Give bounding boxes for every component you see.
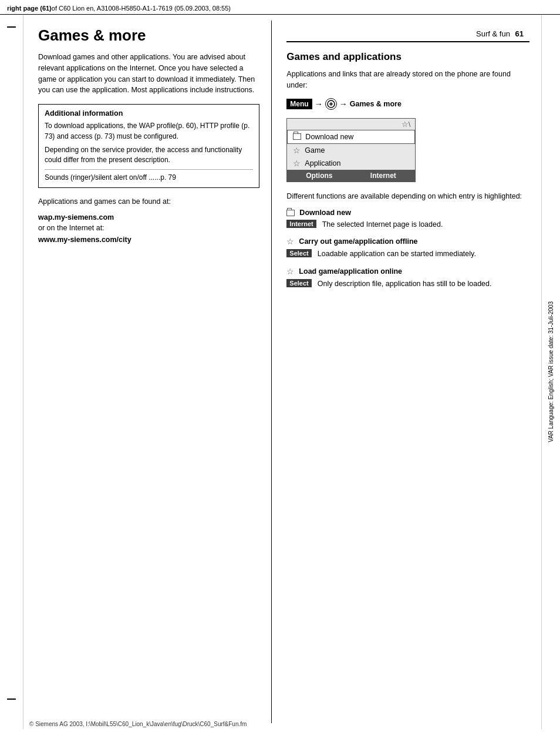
description-text: Different functions are available depend… xyxy=(286,191,529,202)
footer: © Siemens AG 2003, I:\Mobil\L55\C60_Lion… xyxy=(0,721,560,727)
section-heading: Games and applications xyxy=(286,51,529,63)
info-box-para1: To download applications, the WAP profil… xyxy=(45,121,253,142)
apps-found-text: Applications and games can be found at: xyxy=(38,196,259,207)
menu-circle-icon xyxy=(325,98,337,110)
menu-nav: Menu → → Games & more xyxy=(286,98,529,110)
feature-online: ☆ Load game/application online Select On… xyxy=(286,267,529,289)
feature2-desc: Loadable application can be started imme… xyxy=(318,249,476,259)
main-title: Games & more xyxy=(38,26,259,45)
feature3-badge: Select xyxy=(286,279,311,287)
feature1-badge: Internet xyxy=(286,220,316,228)
url2: www.my-siemens.com/city xyxy=(38,236,259,244)
footer-left: © Siemens AG 2003, I:\Mobil\L55\C60_Lion… xyxy=(29,721,247,727)
page-header: right page (61) of C60 Lion en, A31008-H… xyxy=(0,0,560,15)
url1: wap.my-siemens.com xyxy=(38,213,259,221)
feature1-title: Download new xyxy=(299,209,351,217)
header-bold: right page (61) xyxy=(7,5,52,12)
left-column: Games & more Download games and other ap… xyxy=(23,21,272,723)
star-icon-game: ☆ xyxy=(292,146,301,155)
star-icon-online: ☆ xyxy=(286,267,294,276)
page-number: 61 xyxy=(515,29,524,38)
feature2-title: Carry out game/application offline xyxy=(299,237,417,246)
section-title: Surf & fun xyxy=(476,29,510,38)
margin-mark-top xyxy=(7,26,16,28)
toolbar-options: Options xyxy=(287,170,351,182)
info-box-title: Additional information xyxy=(45,109,253,117)
info-box: Additional information To download appli… xyxy=(38,104,259,188)
menu-button: Menu xyxy=(286,99,312,109)
feature2-badge: Select xyxy=(286,249,311,257)
feature1-detail: Internet The selected Internet page is l… xyxy=(286,219,529,230)
item3-label: Application xyxy=(305,159,340,167)
arrow1: → xyxy=(315,99,323,109)
info-box-para3: Sounds (ringer)/silent alert on/off ....… xyxy=(45,169,253,183)
feature3-desc: Only description file, application has s… xyxy=(318,278,492,289)
feature1-desc: The selected Internet page is loaded. xyxy=(322,219,443,230)
right-sidebar: VAR Language: English; VAR issue date: 3… xyxy=(541,15,560,729)
feature1-title-row: Download new xyxy=(286,209,529,217)
phone-screen-toolbar: Options Internet xyxy=(287,170,415,182)
feature3-title: Load game/application online xyxy=(299,267,402,276)
feature-offline: ☆ Carry out game/application offline Sel… xyxy=(286,237,529,259)
margin-mark-bottom xyxy=(7,699,16,700)
left-margin xyxy=(0,15,23,729)
content-area: Games & more Download games and other ap… xyxy=(23,15,541,729)
folder-icon-feature xyxy=(286,210,295,216)
right-column: Surf & fun 61 Games and applications App… xyxy=(272,21,541,723)
feature3-title-row: ☆ Load game/application online xyxy=(286,267,529,276)
info-box-para2: Depending on the service provider, the a… xyxy=(45,145,253,166)
feature-download-new: Download new Internet The selected Inter… xyxy=(286,209,529,230)
phone-screen-item-download: Download new xyxy=(287,130,415,144)
intro-text: Download games and other applications. Y… xyxy=(38,52,259,96)
header-normal: of C60 Lion en, A31008-H5850-A1-1-7619 (… xyxy=(52,5,231,12)
or-text: or on the Internet at: xyxy=(38,224,259,232)
arrow2: → xyxy=(339,99,348,109)
var-language-text: VAR Language: English; VAR issue date: 3… xyxy=(547,301,555,442)
folder-icon xyxy=(292,132,302,142)
item1-label: Download new xyxy=(305,133,353,141)
feature2-title-row: ☆ Carry out game/application offline xyxy=(286,237,529,246)
phone-screen: ☆\ Download new ☆ Game ☆ xyxy=(286,118,416,182)
page-number-header: Surf & fun 61 xyxy=(286,26,529,42)
star-backslash: ☆\ xyxy=(402,120,411,129)
phone-screen-item-game: ☆ Game xyxy=(287,144,415,157)
feature2-detail: Select Loadable application can be start… xyxy=(286,249,529,259)
item2-label: Game xyxy=(305,146,325,155)
phone-top-row: ☆\ xyxy=(287,119,415,130)
section-intro: Applications and links that are already … xyxy=(286,69,529,91)
star-icon-app: ☆ xyxy=(292,159,301,168)
star-icon-offline: ☆ xyxy=(286,237,294,246)
feature3-detail: Select Only description file, applicatio… xyxy=(286,278,529,289)
main-wrapper: Games & more Download games and other ap… xyxy=(0,15,560,729)
phone-screen-item-app: ☆ Application xyxy=(287,157,415,170)
toolbar-internet: Internet xyxy=(351,170,415,182)
menu-nav-label: Games & more xyxy=(350,100,402,108)
